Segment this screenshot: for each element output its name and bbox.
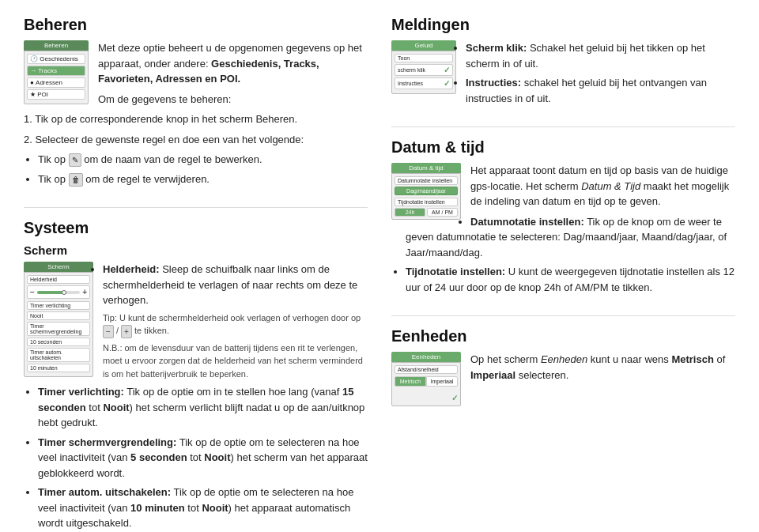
scherm-title: Scherm bbox=[24, 243, 368, 257]
meldingen-device: Geluid Toon scherm klik ✓ Instructies ✓ bbox=[391, 40, 456, 94]
datum-btn-dag: Dag/maand/jaar bbox=[395, 187, 458, 195]
slider-thumb bbox=[62, 290, 66, 295]
eenheden-metrisch: Metrisch bbox=[395, 376, 426, 387]
beheren-row-label3: Adressen bbox=[36, 79, 62, 86]
right-column: Meldingen Geluid Toon scherm klik ✓ bbox=[391, 16, 735, 532]
divider-systeem bbox=[24, 207, 368, 208]
datum-screen-body: Datumnotatie instellen Dag/maand/jaar Ti… bbox=[391, 173, 461, 220]
scherm-helderheid-label-row: Helderheid bbox=[27, 275, 90, 284]
datum-bullet2: Tijdnotatie instellen: U kunt de weergeg… bbox=[406, 264, 735, 295]
delete-icon-btn: 🗑 bbox=[69, 173, 83, 187]
datum-seg: 24h AM / PM bbox=[395, 208, 458, 217]
datum-bullet1: Datumnotatie instellen: Tik op de knop o… bbox=[406, 214, 735, 261]
beheren-title: Beheren bbox=[24, 16, 368, 34]
systeem-title: Systeem bbox=[24, 219, 368, 237]
beheren-device: Beheren 🕐 Geschiedenis → Tracks ● Adress… bbox=[24, 40, 89, 104]
meldingen-instructies-row: Instructies ✓ bbox=[395, 77, 453, 89]
datum-device: Datum & tijd Datumnotatie instellen Dag/… bbox=[391, 163, 461, 220]
plus-icon: + bbox=[82, 288, 87, 296]
datum-btn-row: Dag/maand/jaar bbox=[395, 187, 458, 195]
meldingen-screen-body: Toon scherm klik ✓ Instructies ✓ bbox=[391, 51, 456, 94]
slider-bar bbox=[37, 291, 80, 294]
eenheden-section: Eenheden Eenheden Afstand/snelheid Metri… bbox=[391, 327, 735, 411]
meldingen-title: Meldingen bbox=[391, 16, 735, 34]
datum-bullets: Datumnotatie instellen: Tik op de knop o… bbox=[406, 214, 735, 296]
eenheden-block: Eenheden Afstand/snelheid Metrisch Imper… bbox=[391, 352, 735, 411]
beheren-screen-body: 🕐 Geschiedenis → Tracks ● Adressen ★ POI bbox=[24, 51, 89, 104]
beheren-row-label: Geschiedenis bbox=[40, 55, 77, 62]
scherm-timer-label: Timer verlichting bbox=[27, 301, 90, 310]
beheren-bullet1: Tik op ✎ om de naam van de regel te bewe… bbox=[38, 152, 368, 168]
schermklik-check: ✓ bbox=[444, 66, 450, 74]
meldingen-block: Geluid Toon scherm klik ✓ Instructies ✓ bbox=[391, 40, 735, 112]
datum-screen-title: Datum & tijd bbox=[391, 163, 461, 173]
beheren-row-label4: POI bbox=[37, 91, 48, 98]
datum-instellen-label: Datumnotatie instellen bbox=[395, 176, 458, 185]
eenheden-screen-title: Eenheden bbox=[391, 352, 461, 362]
beheren-bullet2: Tik op 🗑 om de regel te verwijderen. bbox=[38, 172, 368, 187]
beheren-row-label2: Tracks bbox=[38, 67, 57, 74]
plus-btn: + bbox=[121, 325, 132, 338]
datum-section: Datum & tijd Datum & tijd Datumnotatie i… bbox=[391, 138, 735, 301]
scherm-screen-body: Helderheid − + Timer verlichting bbox=[24, 272, 93, 377]
minus-icon: − bbox=[30, 288, 35, 296]
beheren-step1: 1. Tik op de corresponderende knop in he… bbox=[24, 111, 368, 127]
scherm-nooit: Nooit bbox=[27, 311, 90, 320]
datum-block: Datum & tijd Datumnotatie instellen Dag/… bbox=[391, 163, 735, 301]
meldingen-section: Meldingen Geluid Toon scherm klik ✓ bbox=[391, 16, 735, 112]
autom-bullet: Timer autom. uitschakelen: Tik op de opt… bbox=[38, 485, 368, 531]
scherm-screen-title: Scherm bbox=[24, 262, 93, 272]
divider-eenheden bbox=[391, 315, 735, 316]
scherm-block: Scherm Helderheid − + bbox=[24, 262, 368, 532]
eenheden-imperiaal: Imperiaal bbox=[426, 376, 458, 387]
eenheden-title: Eenheden bbox=[391, 327, 735, 345]
scherm-min10: 10 minuten bbox=[27, 364, 90, 372]
beheren-step2: 2. Selecteer de gewenste regel en doe ee… bbox=[24, 132, 368, 148]
left-column: Beheren Beheren 🕐 Geschiedenis → Tracks … bbox=[24, 16, 368, 532]
eenheden-check: ✓ bbox=[451, 394, 458, 402]
datum-seg-24h: 24h bbox=[395, 208, 425, 217]
datum-seg-ampm: AM / PM bbox=[427, 208, 458, 217]
beheren-section: Beheren Beheren 🕐 Geschiedenis → Tracks … bbox=[24, 16, 368, 193]
beheren-bullets: Tik op ✎ om de naam van de regel te bewe… bbox=[38, 152, 368, 187]
instructies-check: ✓ bbox=[444, 79, 450, 88]
systeem-section: Systeem Scherm Scherm Helderheid − bbox=[24, 219, 368, 532]
beheren-screen-title: Beheren bbox=[24, 40, 89, 51]
scherm-sec10: 10 seconden bbox=[27, 338, 90, 346]
minus-btn: − bbox=[103, 325, 114, 338]
eenheden-check-row: ✓ bbox=[395, 391, 458, 403]
edit-icon-btn: ✎ bbox=[69, 153, 81, 167]
scherm-device: Scherm Helderheid − + bbox=[24, 262, 93, 377]
meldingen-toon-row: Toon bbox=[395, 54, 453, 62]
tijdnotatie-label: Tijdnotatie instellen bbox=[395, 198, 458, 206]
meldingen-schermklik-row: scherm klik ✓ bbox=[395, 64, 453, 76]
eenheden-screen-body: Afstand/snelheid Metrisch Imperiaal ✓ bbox=[391, 362, 461, 406]
beheren-row-adressen: ● Adressen bbox=[27, 77, 85, 88]
timer-bullet: Timer verlichting: Tik op de optie om in… bbox=[38, 384, 368, 431]
scherm-verg-label: Timer schermvergrendeling bbox=[27, 322, 90, 336]
beheren-row-tracks: → Tracks bbox=[27, 66, 85, 76]
beheren-row-geschichte: 🕐 Geschiedenis bbox=[27, 54, 85, 64]
divider-datum bbox=[391, 126, 735, 127]
eenheden-afstand-label: Afstand/snelheid bbox=[395, 365, 458, 374]
eenheden-device: Eenheden Afstand/snelheid Metrisch Imper… bbox=[391, 352, 461, 406]
scherm-slider: − + bbox=[27, 285, 90, 299]
datum-title: Datum & tijd bbox=[391, 138, 735, 157]
schermverg-bullet: Timer schermvergrendeling: Tik op de opt… bbox=[38, 435, 368, 481]
meldingen-screen-title: Geluid bbox=[391, 40, 456, 51]
scherm-autom-label: Timer autom. uitschakelen bbox=[27, 348, 90, 362]
eenheden-seg: Metrisch Imperiaal bbox=[395, 376, 458, 387]
beheren-row-poi: ★ POI bbox=[27, 89, 85, 100]
